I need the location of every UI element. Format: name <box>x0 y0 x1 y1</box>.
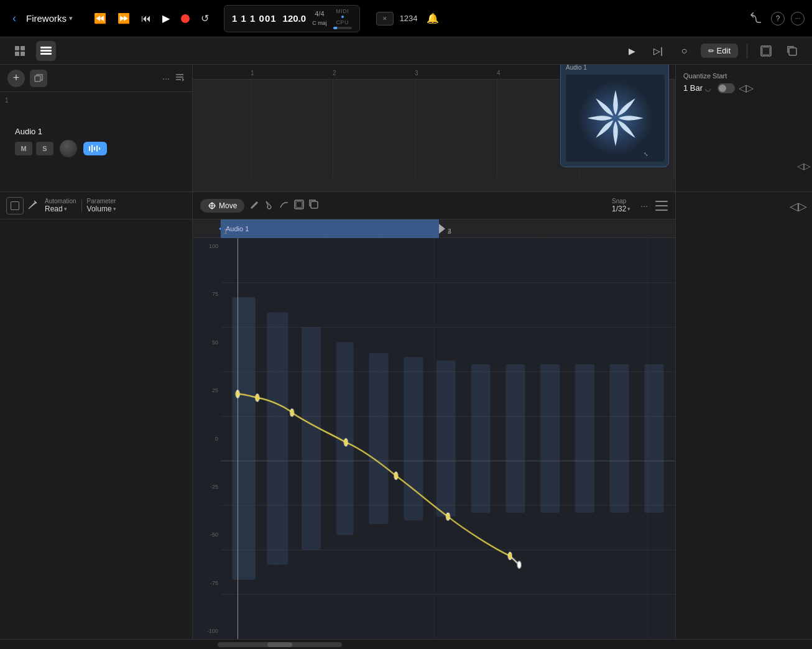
loop-region-button2[interactable] <box>756 41 776 61</box>
svg-rect-59 <box>540 364 560 513</box>
svg-rect-8 <box>762 47 770 55</box>
y-100: 100 <box>195 243 218 249</box>
top-bar: ‹ Fireworks ▾ ⏪ ⏩ ⏮ ▶ ↺ 1 1 1 001 120.0 … <box>0 0 812 37</box>
top-right-controls: ? ··· <box>747 10 805 27</box>
back-button[interactable]: ‹ <box>7 9 21 27</box>
bottom-scrollbar[interactable] <box>218 642 342 647</box>
track-number: 1 <box>5 97 9 104</box>
count-display[interactable]: 1234 <box>397 11 420 25</box>
region-preview-visual: ⤡ <box>566 75 665 162</box>
grid-view-button[interactable] <box>10 41 30 61</box>
rewind-icon: ⏪ <box>94 12 106 24</box>
move-tool-button[interactable]: Move <box>200 199 244 213</box>
midi-cpu-display: MIDI CPU <box>333 8 352 29</box>
sidebar-spacer: ◁▷ <box>683 99 805 184</box>
sidebar-left-arrow[interactable]: ◁▷ <box>790 200 807 213</box>
back-chevron-icon: ‹ <box>12 12 16 25</box>
svg-rect-5 <box>40 50 52 52</box>
automation-pen-button[interactable] <box>27 199 39 213</box>
solo-button[interactable]: S <box>36 142 53 155</box>
y-50: 50 <box>195 339 218 346</box>
loop-region-button[interactable]: ○ <box>675 41 694 61</box>
undo-button[interactable] <box>747 10 765 27</box>
brush-tool-button[interactable] <box>264 200 274 212</box>
horizontal-scrollbar[interactable] <box>673 80 675 178</box>
cycle-button[interactable]: ↺ <box>197 10 213 27</box>
fast-forward-button[interactable]: ⏩ <box>114 10 134 27</box>
sort-tracks-button[interactable] <box>175 72 185 84</box>
loop-sel-button[interactable] <box>294 200 304 212</box>
divider <box>81 200 82 212</box>
project-dropdown-icon: ▾ <box>69 14 73 22</box>
ruler-mark-1: 1 <box>251 70 254 76</box>
duplicate-track-button[interactable] <box>30 70 47 87</box>
svg-text:⤡: ⤡ <box>644 151 648 157</box>
svg-rect-4 <box>40 47 52 48</box>
automation-left-panel: Automation Read ▾ Parameter Volume ▾ <box>0 192 193 639</box>
help-button[interactable]: ? <box>771 12 785 25</box>
curve-tool-button[interactable] <box>279 200 289 212</box>
automation-region-bar[interactable]: Audio 1 <box>221 219 439 238</box>
pencil-icon: ✏ <box>708 47 714 55</box>
svg-rect-9 <box>789 48 796 55</box>
project-name[interactable]: Fireworks ▾ <box>26 13 73 24</box>
audio1-track-header: 1 Audio 1 M S <box>0 92 192 191</box>
automation-content: Move <box>193 192 675 639</box>
waveform-view-button[interactable] <box>83 142 107 155</box>
automation-param-selector[interactable]: Volume ▾ <box>87 205 116 213</box>
svg-rect-65 <box>644 364 663 513</box>
add-track-button[interactable]: + <box>7 70 25 87</box>
tuner-icon[interactable]: 🔔 <box>424 10 441 27</box>
automation-mode-group: Automation Read ▾ <box>45 198 76 213</box>
snap-selector[interactable]: 1/32 ▾ <box>612 205 630 213</box>
automation-canvas-area[interactable]: 100 75 50 25 0 -25 -50 -75 -100 <box>193 238 675 639</box>
volume-knob[interactable] <box>60 140 77 157</box>
track-name: Audio 1 <box>15 127 185 136</box>
automation-mode-selector[interactable]: Read ▾ <box>45 205 76 213</box>
scroll-left-button[interactable]: ◁▷ <box>797 161 811 171</box>
ruler-mark-2: 2 <box>333 70 336 76</box>
quantize-section: Quantize Start 1 Bar ◡ ◁▷ <box>683 72 805 94</box>
automation-param-group: Parameter Volume ▾ <box>87 198 116 213</box>
record-button[interactable] <box>177 12 193 25</box>
svg-point-72 <box>508 552 512 559</box>
skip-back-icon: ⏮ <box>141 13 151 24</box>
play-button[interactable]: ▶ <box>159 10 173 27</box>
auto-ruler-1: 1 <box>224 228 228 235</box>
svg-rect-0 <box>15 46 19 50</box>
y-neg25: -25 <box>195 484 218 490</box>
mute-button[interactable]: M <box>15 142 32 155</box>
svg-point-69 <box>344 439 348 446</box>
play-from-start-button[interactable]: ▶ <box>622 41 642 61</box>
svg-rect-6 <box>40 53 52 55</box>
grid-line-2 <box>333 80 333 178</box>
edit-mode-button[interactable]: ✏ Edit <box>701 44 738 58</box>
draw-tool-button[interactable] <box>249 200 259 212</box>
quantize-value: 1 Bar ◡ <box>683 83 711 93</box>
play-from-position-button[interactable]: ▷| <box>648 41 668 61</box>
skip-back-button[interactable]: ⏮ <box>137 11 155 27</box>
svg-rect-53 <box>436 361 456 517</box>
automation-region-toggle[interactable] <box>6 197 24 214</box>
svg-rect-2 <box>15 52 19 56</box>
time-signature: 4/4 C maj <box>312 10 327 26</box>
svg-rect-3 <box>21 52 25 56</box>
cpu-meter-fill <box>333 27 337 29</box>
svg-rect-43 <box>267 312 288 564</box>
position-display[interactable]: 1 1 1 001 120.0 4/4 C maj MIDI CPU <box>224 5 360 32</box>
track-options-button[interactable]: ··· <box>162 73 170 83</box>
copy-button[interactable] <box>782 41 802 61</box>
track-headers: + ··· <box>0 65 193 191</box>
list-view-button[interactable] <box>36 41 56 61</box>
hamburger-menu[interactable] <box>655 201 668 211</box>
quantize-toggle[interactable] <box>717 83 735 93</box>
automation-more-button[interactable]: ··· <box>640 201 648 211</box>
lcd-display-icon[interactable]: ✕ <box>376 12 394 25</box>
quantize-stepper[interactable]: ◁▷ <box>739 82 754 94</box>
more-button[interactable]: ··· <box>791 12 805 25</box>
main-content: + ··· <box>0 65 812 649</box>
rewind-button[interactable]: ⏪ <box>90 10 110 27</box>
paste-tool-button[interactable] <box>309 200 319 212</box>
track-lanes-area: 1 2 3 4 5 <box>193 65 675 191</box>
region-end-marker <box>439 219 445 238</box>
